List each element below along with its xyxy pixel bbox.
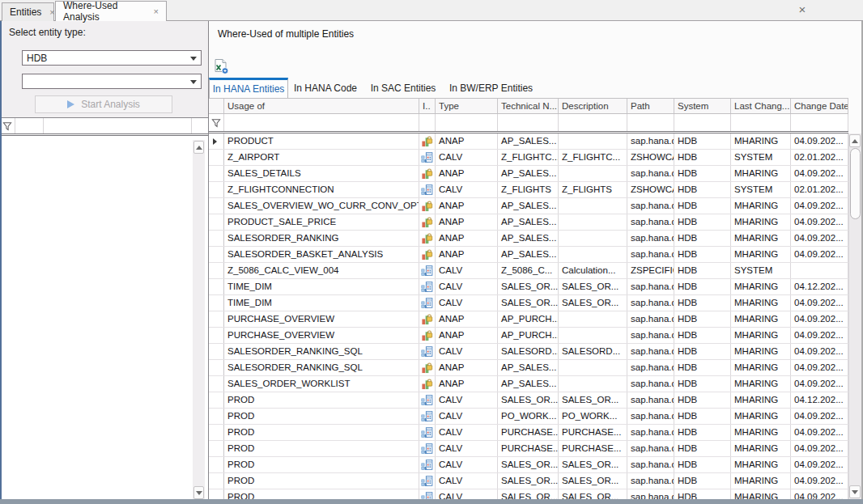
cell-description: PURCHASE... [559,441,627,456]
filter-cell[interactable] [419,114,436,131]
close-icon[interactable]: × [154,7,159,16]
table-row[interactable]: PRODCALVSALES_OR...SALES_OR...sap.hana.d… [209,473,848,489]
cell-usage-of: SALESORDER_RANKING_SQL [224,344,419,359]
table-row[interactable]: SALESORDER_RANKING_SQLCALVSALESORD...SAL… [209,344,848,360]
cell-technical-name: AP_PURCH... [498,328,559,343]
result-tabs: In HANA Entities In HANA Code In SAC Ent… [209,78,538,98]
excel-export-icon[interactable] [213,58,231,76]
calculation-view-icon [419,279,436,294]
table-row[interactable]: PURCHASE_OVERVIEWANAPAP_PURCH...sap.hana… [209,311,848,328]
cell-type: ANAP [436,311,498,327]
cell-last-changed-by: MHARING [731,425,791,440]
filter-cell[interactable] [559,114,627,131]
filter-cell[interactable] [627,114,674,131]
table-row[interactable]: SALES_ORDER_WORKLISTANAPAP_SALES...sap.h… [209,376,848,392]
analytic-view-icon [419,328,436,343]
table-row[interactable]: Z_AIRPORTCALVZ_FLIGHTC...Z_FLIGHTC...ZSH… [209,150,848,166]
cell-change-date: 04.09.202... [791,214,848,230]
start-analysis-button[interactable]: Start Analysis [35,95,172,113]
column-header-usage-of[interactable]: Usage of [224,99,419,113]
tab-where-used-analysis[interactable]: Where-Used Analysis × [55,1,167,21]
table-row[interactable]: Z_5086_CALC_VIEW_004CALVZ_5086_C...Calcu… [209,263,848,279]
column-header-path[interactable]: Path [627,99,674,113]
filter-cell[interactable] [731,114,791,131]
row-indicator [209,295,224,311]
table-row[interactable]: TIME_DIMCALVSALES_OR...SALES_OR...sap.ha… [209,295,848,311]
entity-list-filter-cell[interactable] [44,118,192,133]
entity-type-select[interactable]: HDB [22,50,202,66]
row-indicator [209,263,224,278]
column-header-type[interactable]: Type [436,99,498,113]
row-indicator [209,392,224,408]
table-row[interactable]: Z_FLIGHTCONNECTIONCALVZ_FLIGHTSZ_FLIGHTS… [209,182,848,198]
column-header-technical-name[interactable]: Technical N... [498,99,559,113]
table-row[interactable]: PRODCALVSALES_OR...SALES_OR...sap.hana.d… [209,489,848,499]
grid-header-row: Usage of I.. Type Technical N... Descrip… [209,98,848,114]
window-close-button[interactable]: × [795,2,810,17]
cell-system: HDB [674,231,731,246]
cell-system: HDB [674,279,731,294]
tab-in-sac-entities[interactable]: In SAC Entities [363,78,444,98]
table-row[interactable]: PRODCALVPURCHASE...PURCHASE...sap.hana.d… [209,441,848,457]
grid-vertical-scrollbar[interactable] [848,133,861,499]
table-row[interactable]: PRODCALVSALES_OR...SALES_OR...sap.hana.d… [209,457,848,473]
cell-last-changed-by: MHARING [731,376,791,392]
column-header-description[interactable]: Description [559,99,627,113]
table-row[interactable]: SALESORDER_RANKINGANAPAP_SALES...sap.han… [209,231,848,247]
cell-path: sap.hana.d... [627,360,674,375]
table-row[interactable]: TIME_DIMCALVSALES_OR...SALES_OR...sap.ha… [209,279,848,295]
column-header-icon[interactable]: I.. [419,99,436,113]
cell-path: sap.hana.d... [627,214,674,230]
scroll-up-icon[interactable] [849,134,861,147]
entity-list-scrollbar[interactable] [193,140,205,500]
column-header-change-date[interactable]: Change Date [791,99,848,113]
scrollbar-thumb[interactable] [850,148,861,219]
filter-cell[interactable] [436,114,498,131]
close-icon[interactable]: × [49,8,54,17]
table-row[interactable]: SALES_OVERVIEW_WO_CURR_CONV_OPTANAPAP_SA… [209,198,848,214]
table-row[interactable]: SALESORDER_BASKET_ANALYSISANAPAP_SALES..… [209,247,848,263]
cell-last-changed-by: MHARING [731,279,791,294]
cell-path: sap.hana.d... [627,489,674,499]
cell-last-changed-by: MHARING [731,344,791,359]
cell-description: PO_WORK... [559,409,627,424]
tab-in-hana-code[interactable]: In HANA Code [288,78,363,98]
table-row[interactable]: SALESORDER_RANKING_SQLANAPAP_SALES...sap… [209,360,848,376]
table-row[interactable]: PRODCALVPO_WORK...PO_WORK...sap.hana.d..… [209,409,848,425]
filter-cell[interactable] [674,114,731,131]
column-header-system[interactable]: System [674,99,731,113]
cell-technical-name: AP_SALES... [498,198,559,214]
table-row[interactable]: PRODCALVSALES_OR...SALES_OR...sap.hana.d… [209,392,848,409]
entity-type-value: HDB [27,53,47,64]
scroll-up-icon[interactable] [193,141,204,154]
filter-cell[interactable] [498,114,559,131]
cell-usage-of: Z_FLIGHTCONNECTION [224,182,419,197]
table-row[interactable]: PRODCALVPURCHASE...PURCHASE...sap.hana.d… [209,425,848,441]
table-row[interactable]: PURCHASE_OVERVIEWANAPAP_PURCH...sap.hana… [209,328,848,344]
cell-usage-of: PRODUCT [224,133,419,149]
filter-cell[interactable] [791,114,848,131]
column-header-last-changed[interactable]: Last Chang... [731,99,791,113]
filter-cell[interactable] [224,114,419,131]
cell-type: CALV [436,182,498,197]
cell-last-changed-by: MHARING [731,231,791,246]
scroll-down-icon[interactable] [193,486,204,499]
cell-type: CALV [436,150,498,165]
cell-description [559,214,627,230]
table-row[interactable]: SALES_DETAILSANAPAP_SALES...sap.hana.d..… [209,166,848,182]
cell-change-date: 02.01.202... [791,150,848,165]
cell-change-date [791,263,848,278]
tab-entities[interactable]: Entities × [2,2,54,21]
tab-in-bw-erp-entities[interactable]: In BW/ERP Entities [444,78,538,98]
tab-in-hana-entities[interactable]: In HANA Entities [209,78,288,98]
cell-usage-of: SALESORDER_RANKING_SQL [224,360,419,375]
analytic-view-icon [419,166,436,181]
scroll-down-icon[interactable] [849,485,861,498]
entity-select[interactable] [22,74,202,89]
entity-list-filter-cell[interactable] [15,118,44,133]
cell-description: SALES_OR... [559,279,627,294]
window-bottom-edge [0,499,863,504]
cell-last-changed-by: MHARING [731,360,791,375]
table-row[interactable]: PRODUCTANAPAP_SALES...sap.hana.d...HDBMH… [209,133,848,150]
table-row[interactable]: PRODUCT_SALE_PRICEANAPAP_SALES...sap.han… [209,214,848,231]
